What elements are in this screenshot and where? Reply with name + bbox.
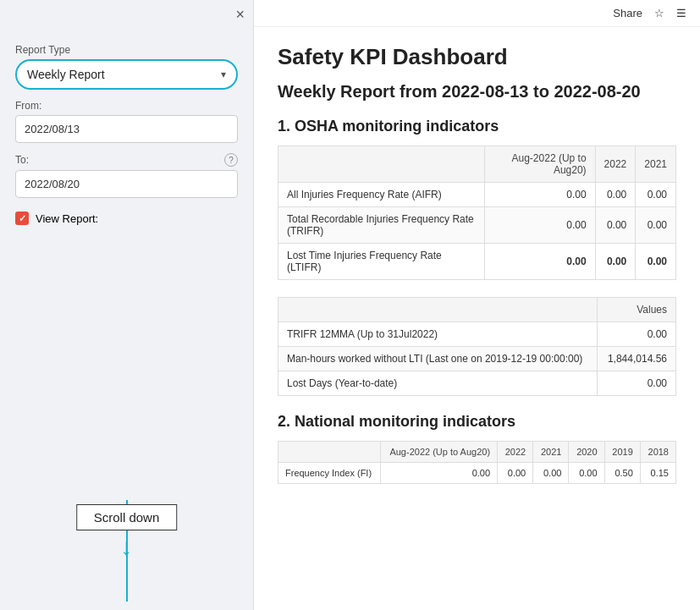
view-report-checkbox[interactable] [15, 212, 29, 225]
table1-row2-col0: Lost Time Injuries Frequency Rate (LTIFR… [278, 244, 485, 280]
table2-col1-header: Values [598, 298, 676, 322]
report-type-value: Weekly Report [27, 68, 105, 81]
table2-row0-col0: TRIFR 12MMA (Up to 31Jul2022) [278, 322, 598, 347]
report-type-label: Report Type [15, 44, 238, 56]
ntable-row0-col0: Frequency Index (FI) [278, 463, 381, 484]
chevron-down-icon: ▾ [221, 69, 226, 80]
table1-row0-col1: 0.00 [484, 183, 595, 207]
table-row: Total Recordable Injuries Frequency Rate… [278, 207, 676, 244]
table1-row1-col1: 0.00 [484, 207, 595, 244]
from-date-input[interactable]: 2022/08/13 [15, 115, 238, 143]
table2-row1-col0: Man-hours worked without LTI (Last one o… [278, 347, 598, 371]
table1-col0-header [278, 146, 485, 183]
table1-row0-col0: All Injuries Frequency Rate (AIFR) [278, 183, 485, 207]
to-date-input[interactable]: 2022/08/20 [15, 170, 238, 198]
left-panel: × Report Type Weekly Report ▾ From: 2022… [0, 0, 254, 610]
to-label-row: To: ? [15, 153, 238, 167]
table-row: Lost Time Injuries Frequency Rate (LTIFR… [278, 244, 676, 280]
national-table: Aug-2022 (Up to Aug20) 2022 2021 2020 20… [278, 441, 676, 484]
dashboard-title: Safety KPI Dashboard [278, 44, 676, 70]
ntable-col0-header [278, 442, 381, 463]
table1-row1-col3: 0.00 [636, 207, 676, 244]
ntable-col6-header: 2018 [640, 442, 675, 463]
ntable-row0-col4: 0.00 [569, 463, 604, 484]
ntable-col1-header: Aug-2022 (Up to Aug20) [381, 442, 498, 463]
menu-icon[interactable]: ☰ [676, 7, 686, 19]
table-row: Man-hours worked without LTI (Last one o… [278, 347, 676, 371]
ntable-col3-header: 2021 [533, 442, 569, 463]
table1-col2-header: 2022 [595, 146, 636, 183]
table1-col3-header: 2021 [636, 146, 676, 183]
right-content: Safety KPI Dashboard Weekly Report from … [254, 27, 700, 518]
osha-table1: Aug-2022 (Up to Aug20) 2022 2021 All Inj… [278, 146, 676, 280]
table1-row1-col0: Total Recordable Injuries Frequency Rate… [278, 207, 485, 244]
report-type-select[interactable]: Weekly Report ▾ [15, 59, 238, 90]
osha-table2: Values TRIFR 12MMA (Up to 31Jul2022) 0.0… [278, 297, 676, 396]
section1-title: 1. OSHA monitoring indicators [278, 118, 676, 135]
ntable-col2-header: 2022 [498, 442, 533, 463]
info-icon[interactable]: ? [224, 153, 238, 167]
share-button[interactable]: Share [613, 7, 642, 19]
table2-row2-col1: 0.00 [598, 371, 676, 396]
table1-row2-col2: 0.00 [595, 244, 636, 280]
table2-row0-col1: 0.00 [598, 322, 676, 347]
right-panel: Share ☆ ☰ Safety KPI Dashboard Weekly Re… [254, 0, 700, 610]
ntable-col5-header: 2019 [604, 442, 640, 463]
right-top-bar: Share ☆ ☰ [254, 0, 700, 27]
star-icon[interactable]: ☆ [654, 7, 664, 19]
to-label: To: [15, 154, 29, 166]
table-row: Lost Days (Year-to-date) 0.00 [278, 371, 676, 396]
ntable-row0-col6: 0.15 [640, 463, 675, 484]
table1-row2-col3: 0.00 [636, 244, 676, 280]
table-row: Frequency Index (FI) 0.00 0.00 0.00 0.00… [278, 463, 676, 484]
table1-row2-col1: 0.00 [484, 244, 595, 280]
ntable-row0-col5: 0.50 [604, 463, 640, 484]
report-subtitle: Weekly Report from 2022-08-13 to 2022-08… [278, 80, 676, 102]
ntable-col4-header: 2020 [569, 442, 604, 463]
section2-title: 2. National monitoring indicators [278, 413, 676, 431]
table2-col0-header [278, 298, 598, 322]
table-row: TRIFR 12MMA (Up to 31Jul2022) 0.00 [278, 322, 676, 347]
ntable-row0-col2: 0.00 [498, 463, 533, 484]
scroll-down-area: Scroll down ↓ [76, 504, 178, 559]
scroll-down-box[interactable]: Scroll down [76, 504, 178, 530]
section2-container: 2. National monitoring indicators Aug-20… [278, 413, 676, 484]
table1-col1-header: Aug-2022 (Up to Aug20) [484, 146, 595, 183]
table1-row1-col2: 0.00 [595, 207, 636, 244]
table2-row2-col0: Lost Days (Year-to-date) [278, 371, 598, 396]
arrow-down-icon: ↓ [120, 536, 132, 559]
table2-row1-col1: 1,844,014.56 [598, 347, 676, 371]
table1-row0-col2: 0.00 [595, 183, 636, 207]
from-label: From: [15, 100, 238, 112]
ntable-row0-col3: 0.00 [533, 463, 569, 484]
table1-row0-col3: 0.00 [636, 183, 676, 207]
view-report-label: View Report: [36, 212, 98, 225]
close-button[interactable]: × [235, 7, 245, 22]
left-top-bar: × [0, 0, 253, 25]
table-row: All Injuries Frequency Rate (AIFR) 0.00 … [278, 183, 676, 207]
ntable-row0-col1: 0.00 [381, 463, 498, 484]
view-report-row: View Report: [15, 212, 238, 225]
